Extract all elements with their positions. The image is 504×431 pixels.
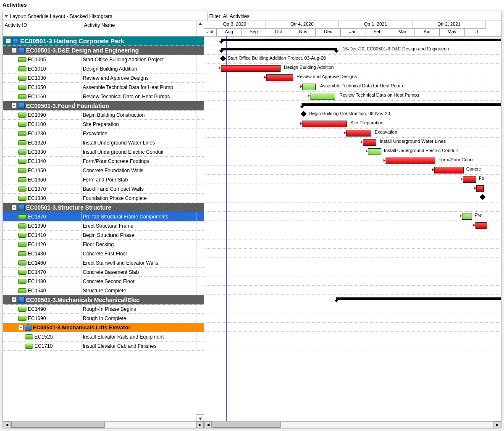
panel-title: Activities <box>0 0 504 10</box>
